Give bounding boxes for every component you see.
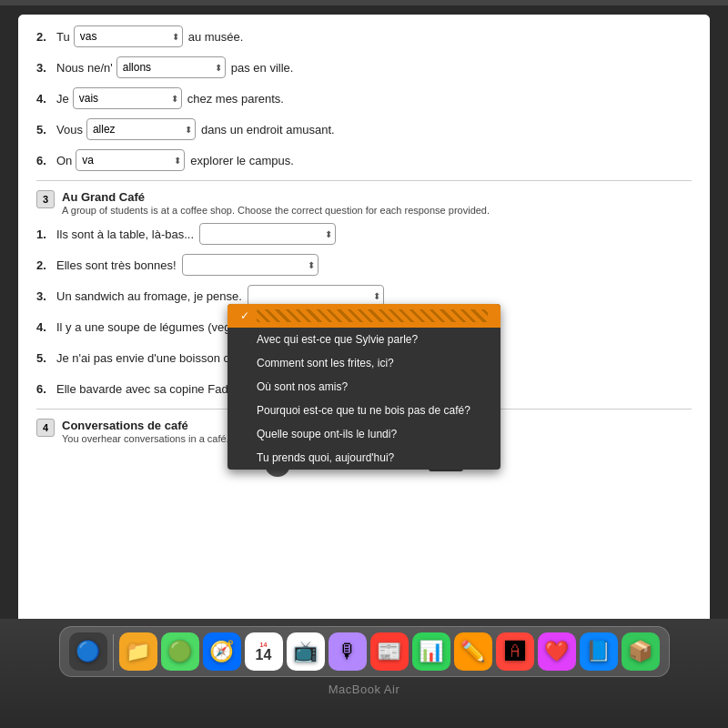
dock-icon-10[interactable]: 🅰 (496, 632, 534, 671)
section3-row: 2. Elles sont très bonnes! (36, 254, 692, 276)
select-wrapper[interactable]: allez (86, 118, 196, 140)
section3-title: Au Grand Café (62, 190, 490, 204)
section3-row: 1. Ils sont à la table, là-bas... (36, 223, 692, 245)
exercise2-row: 6. On va explorer le campus. (36, 149, 692, 171)
row-number: 6. (36, 154, 53, 167)
after-text: explorer le campus. (190, 154, 293, 167)
section-divider (36, 180, 692, 181)
section3-desc: A group of students is at a coffee shop.… (62, 205, 490, 216)
exercise2-row: 4. Je vais chez mes parents. (36, 87, 692, 109)
select-wrapper[interactable] (199, 223, 336, 245)
dock-bar: 🔵📁🟢🧭 14 14 📺🎙📰📊✏️🅰❤️📘📦 (59, 626, 670, 677)
screen: 2. Tu vas au musée. 3. Nous ne/n' allons… (0, 0, 728, 728)
dock-icon-4[interactable]: 14 14 (245, 632, 283, 671)
dropdown-item-label: Pourquoi est-ce que tu ne bois pas de ca… (257, 404, 470, 417)
exercise2-row: 3. Nous ne/n' allons pas en ville. (36, 56, 692, 78)
dock-icon-9[interactable]: ✏️ (454, 632, 492, 671)
row-text: Un sandwich au fromage, je pense. (56, 289, 242, 303)
dock-icon-3[interactable]: 🧭 (203, 632, 241, 671)
exercise2-section: 2. Tu vas au musée. 3. Nous ne/n' allons… (36, 25, 692, 171)
dropdown-menu-item[interactable]: ✓Où sont nos amis? (228, 375, 500, 399)
dropdown-menu[interactable]: ✓✓Avec qui est-ce que Sylvie parle?✓Comm… (228, 304, 500, 470)
dock-icon-7[interactable]: 📰 (370, 632, 409, 671)
exercise2-row: 2. Tu vas au musée. (36, 25, 692, 47)
dock-icon-0[interactable]: 🔵 (69, 632, 107, 671)
select-wrapper[interactable]: allons (116, 56, 226, 78)
dropdown-item-label: Où sont nos amis? (257, 380, 348, 393)
check-mark: ✓ (240, 309, 249, 322)
row-number: 3. (36, 289, 53, 303)
dock-icon-11[interactable]: ❤️ (538, 632, 576, 671)
exercise2-row: 5. Vous allez dans un endroit amusant. (36, 118, 692, 140)
dock-icon-8[interactable]: 📊 (412, 632, 450, 671)
verb-select[interactable]: allez (86, 118, 196, 140)
dropdown-selected-item[interactable]: ✓ (228, 304, 500, 328)
select-wrapper[interactable]: vais (73, 87, 182, 109)
section3-title-block: Au Grand Café A group of students is at … (62, 190, 490, 216)
verb-select[interactable]: allons (116, 56, 226, 78)
question-select[interactable] (199, 223, 336, 245)
content-area: 2. Tu vas au musée. 3. Nous ne/n' allons… (18, 15, 710, 619)
question-select[interactable] (182, 254, 318, 276)
dock-separator (113, 634, 114, 671)
after-text: au musée. (188, 30, 244, 44)
after-text: chez mes parents. (187, 92, 284, 106)
macbook-label: MacBook Air (329, 682, 399, 696)
dock-icon-5[interactable]: 📺 (287, 632, 325, 671)
verb-select[interactable]: va (76, 149, 185, 171)
section3-header: 3 Au Grand Café A group of students is a… (36, 190, 692, 216)
subject-word: Tu (56, 30, 70, 44)
row-number: 6. (36, 382, 53, 396)
dropdown-item-label: Avec qui est-ce que Sylvie parle? (257, 333, 418, 346)
dock-area: 🔵📁🟢🧭 14 14 📺🎙📰📊✏️🅰❤️📘📦 MacBook Air (0, 619, 728, 728)
verb-select[interactable]: vais (73, 87, 182, 109)
dropdown-menu-item[interactable]: ✓Comment sont les frites, ici? (228, 351, 500, 375)
dropdown-menu-item[interactable]: ✓Quelle soupe ont-ils le lundi? (228, 422, 500, 446)
dropdown-menu-item[interactable]: ✓Tu prends quoi, aujourd'hui? (228, 446, 500, 470)
section4-badge: 4 (36, 419, 55, 437)
subject-word: Je (56, 92, 69, 106)
row-number: 5. (36, 123, 53, 136)
dock-icon-6[interactable]: 🎙 (329, 632, 367, 671)
dock-icon-1[interactable]: 📁 (119, 632, 157, 671)
subject-word: Nous ne/n' (56, 61, 113, 75)
select-wrapper[interactable] (182, 254, 318, 276)
section3-badge: 3 (36, 190, 55, 208)
dropdown-menu-item[interactable]: ✓Pourquoi est-ce que tu ne bois pas de c… (228, 399, 500, 422)
dock-icon-2[interactable]: 🟢 (161, 632, 199, 671)
dropdown-item-label: Comment sont les frites, ici? (257, 357, 394, 369)
dock-icon-12[interactable]: 📘 (580, 632, 618, 671)
row-number: 4. (36, 92, 53, 106)
row-number: 3. (36, 61, 53, 75)
dock-icon-13[interactable]: 📦 (622, 632, 660, 671)
top-strip (0, 0, 728, 5)
subject-word: Vous (56, 123, 83, 136)
dropdown-item-label: Tu prends quoi, aujourd'hui? (257, 451, 394, 464)
select-wrapper[interactable]: va (76, 149, 185, 171)
row-number: 1. (36, 228, 53, 241)
after-text: dans un endroit amusant. (201, 123, 335, 136)
page-content: 2. Tu vas au musée. 3. Nous ne/n' allons… (18, 15, 710, 619)
dropdown-menu-item[interactable]: ✓Avec qui est-ce que Sylvie parle? (228, 328, 500, 351)
row-number: 2. (36, 258, 53, 272)
row-text: Ils sont à la table, là-bas... (56, 228, 194, 241)
row-number: 4. (36, 320, 53, 334)
dropdown-item-label: Quelle soupe ont-ils le lundi? (257, 428, 397, 440)
select-wrapper[interactable]: vas (74, 25, 183, 47)
verb-select[interactable]: vas (74, 25, 183, 47)
row-text: Elles sont très bonnes! (56, 258, 177, 272)
row-number: 5. (36, 351, 53, 365)
row-text: Elle bavarde avec sa copine Fadoua. (56, 382, 251, 396)
after-text: pas en ville. (231, 61, 294, 75)
calendar-icon[interactable]: 14 14 (245, 632, 283, 671)
subject-word: On (56, 154, 72, 167)
row-number: 2. (36, 30, 53, 44)
